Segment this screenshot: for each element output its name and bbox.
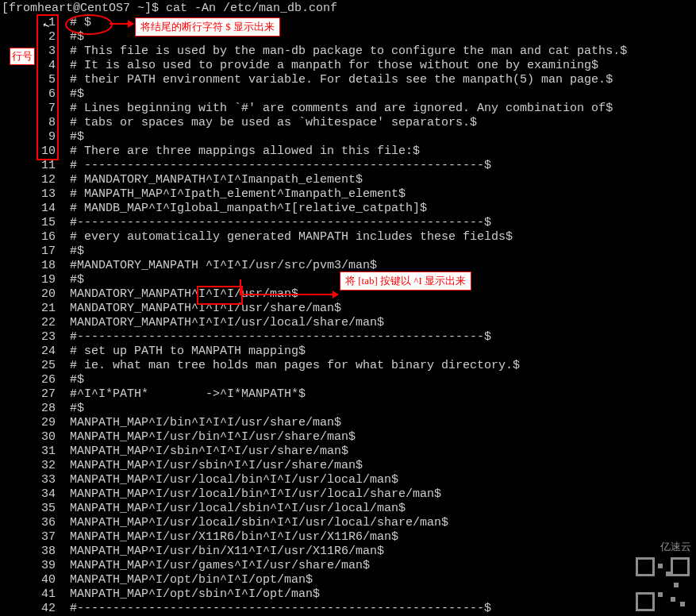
output-row: 15 #------------------------------------… <box>0 216 491 230</box>
line-number: 8 <box>0 116 56 130</box>
output-row: 30 MANPATH_MAP^I/usr/bin^I^I/usr/share/m… <box>0 430 356 445</box>
line-text: #---------------------------------------… <box>70 330 491 344</box>
output-row: 21 MANDATORY_MANPATH^I^I^I/usr/share/man… <box>0 302 341 316</box>
line-text: MANPATH_MAP^I/usr/X11R6/bin^I^I/usr/X11R… <box>70 530 398 544</box>
line-text: #MANDATORY_MANPATH ^I^I^I/usr/src/pvm3/m… <box>70 259 377 272</box>
output-row: 25 # ie. what man tree holds man pages f… <box>0 359 520 373</box>
line-number: 19 <box>0 273 56 287</box>
line-text: #$ <box>70 87 84 101</box>
line-text: #$ <box>70 30 84 44</box>
output-row: 42 #------------------------------------… <box>0 602 491 616</box>
line-text: #^I^I*PATH* ->^I*MANPATH*$ <box>70 387 306 401</box>
qr-code-icon <box>634 556 691 613</box>
line-text: #---------------------------------------… <box>70 216 491 229</box>
output-row: 12 # MANDATORY_MANPATH^I^I^Imanpath_elem… <box>0 173 363 187</box>
output-row: 18 #MANDATORY_MANPATH ^I^I^I/usr/src/pvm… <box>0 259 377 273</box>
line-number: 15 <box>0 216 56 230</box>
line-text: # tabs or spaces may be used as `whitesp… <box>70 116 477 129</box>
line-text: MANPATH_MAP^I/usr/local/bin^I^I/usr/loca… <box>70 487 441 501</box>
output-row: 17 #$ <box>0 244 84 259</box>
line-text: # MANDATORY_MANPATH^I^I^Imanpath_element… <box>70 173 363 187</box>
line-number: 31 <box>0 445 56 459</box>
output-row: 6 #$ <box>0 87 84 102</box>
output-row: 39 MANPATH_MAP^I/usr/games^I^I/usr/share… <box>0 559 370 573</box>
line-text: MANPATH_MAP^I/usr/games^I^I/usr/share/ma… <box>70 559 370 572</box>
line-number: 40 <box>0 573 56 587</box>
line-text: #$ <box>70 373 84 387</box>
output-row: 13 # MANPATH_MAP^I^Ipath_element^Imanpat… <box>0 187 406 202</box>
line-number: 26 <box>0 373 56 387</box>
line-number: 13 <box>0 187 56 202</box>
line-text: # ie. what man tree holds man pages for … <box>70 359 520 372</box>
line-text: #$ <box>70 273 84 287</box>
arrow-icon <box>240 294 338 295</box>
line-text: #$ <box>70 130 84 144</box>
output-row: 37 MANPATH_MAP^I/usr/X11R6/bin^I^I/usr/X… <box>0 530 398 545</box>
line-text: # MANPATH_MAP^I^Ipath_element^Imanpath_e… <box>70 187 406 201</box>
line-number: 41 <box>0 587 56 602</box>
line-number: 17 <box>0 244 56 259</box>
terminal-window: { "prompt": "[fromheart@CentOS7 ~]$ cat … <box>0 0 696 616</box>
line-number: 38 <box>0 545 56 559</box>
line-text: MANPATH_MAP^I/usr/bin/X11^I^I/usr/X11R6/… <box>70 545 384 558</box>
output-row: 34 MANPATH_MAP^I/usr/local/bin^I^I/usr/l… <box>0 487 441 502</box>
line-text: MANPATH_MAP^I/opt/bin^I^I/opt/man$ <box>70 573 313 587</box>
output-row: 7 # Lines beginning with `#' are comment… <box>0 102 613 116</box>
line-number: 22 <box>0 316 56 330</box>
line-number: 10 <box>0 144 56 159</box>
line-number: 9 <box>0 130 56 144</box>
line-text: # It is also used to provide a manpath f… <box>70 59 598 72</box>
arrow-icon <box>110 23 133 25</box>
line-number: 7 <box>0 102 56 116</box>
output-row: 9 #$ <box>0 130 84 144</box>
line-text: # MANDB_MAP^I^Iglobal_manpath^I[relative… <box>70 202 427 215</box>
output-row: 2 #$ <box>0 30 84 44</box>
output-row: 40 MANPATH_MAP^I/opt/bin^I^I/opt/man$ <box>0 573 313 587</box>
output-row: 33 MANPATH_MAP^I/usr/local/bin^I^I/usr/l… <box>0 473 398 487</box>
watermark-text: 亿速云 <box>660 540 691 554</box>
line-number: 37 <box>0 530 56 545</box>
output-row: 38 MANPATH_MAP^I/usr/bin/X11^I^I/usr/X11… <box>0 545 384 559</box>
line-text: # set up PATH to MANPATH mapping$ <box>70 345 306 358</box>
line-number: 16 <box>0 230 56 244</box>
output-row: 8 # tabs or spaces may be used as `white… <box>0 116 477 130</box>
line-number: 5 <box>0 73 56 87</box>
line-number: 27 <box>0 387 56 402</box>
line-number: 29 <box>0 416 56 430</box>
output-row: 28 #$ <box>0 402 84 416</box>
tab-annotation: 将 [tab] 按键以 ^I 显示出来 <box>340 271 471 291</box>
output-row: 23 #------------------------------------… <box>0 330 491 345</box>
line-number: 11 <box>0 159 56 173</box>
line-number: 2 <box>0 30 56 44</box>
line-text: #---------------------------------------… <box>70 602 491 615</box>
line-text: # Lines beginning with `#' are comments … <box>70 102 613 115</box>
line-text: # every automatically generated MANPATH … <box>70 230 513 244</box>
line-text: #$ <box>70 244 84 258</box>
output-row: 14 # MANDB_MAP^I^Iglobal_manpath^I[relat… <box>0 202 427 216</box>
output-row: 29 MANPATH_MAP^I/bin^I^I^I/usr/share/man… <box>0 416 341 430</box>
line-text: MANPATH_MAP^I/usr/local/sbin^I^I/usr/loc… <box>70 516 448 529</box>
output-row: 4 # It is also used to provide a manpath… <box>0 59 598 73</box>
output-row: 19 #$ <box>0 273 84 287</box>
line-text: # their PATH environment variable. For d… <box>70 73 613 87</box>
line-number: 35 <box>0 502 56 516</box>
prompt-text: [fromheart@CentOS7 ~]$ cat -An /etc/man_… <box>2 2 337 15</box>
line-number: 6 <box>0 87 56 102</box>
output-row: 36 MANPATH_MAP^I/usr/local/sbin^I^I/usr/… <box>0 516 448 530</box>
output-row: 3 # This file is used by the man-db pack… <box>0 44 627 59</box>
output-row: 11 # -----------------------------------… <box>0 159 491 173</box>
line-number: 34 <box>0 487 56 502</box>
line-number: 14 <box>0 202 56 216</box>
line-number: 28 <box>0 402 56 416</box>
line-number: 20 <box>0 287 56 302</box>
line-text: MANPATH_MAP^I/usr/local/sbin^I^I/usr/loc… <box>70 502 406 515</box>
output-row: 10 # There are three mappings allowed in… <box>0 144 420 159</box>
shell-prompt[interactable]: [fromheart@CentOS7 ~]$ cat -An /etc/man_… <box>2 2 337 16</box>
line-number-label: 行号 <box>10 48 35 65</box>
line-number: 25 <box>0 359 56 373</box>
line-number: 21 <box>0 302 56 316</box>
line-text: MANPATH_MAP^I/opt/sbin^I^I/opt/man$ <box>70 587 320 601</box>
output-row: 16 # every automatically generated MANPA… <box>0 230 513 244</box>
line-text: # There are three mappings allowed in th… <box>70 144 420 158</box>
line-number: 39 <box>0 559 56 573</box>
